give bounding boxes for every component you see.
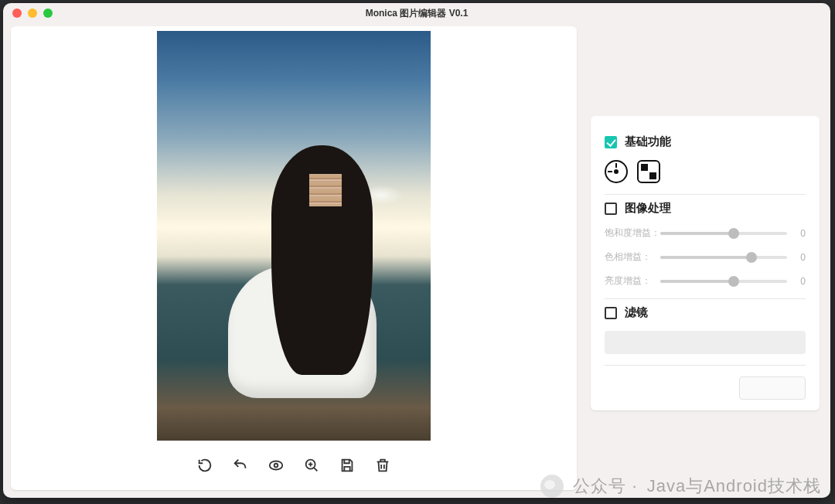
apply-row bbox=[605, 376, 806, 400]
canvas-panel bbox=[11, 26, 577, 490]
hue-value: 0 bbox=[795, 252, 806, 263]
view-icon[interactable] bbox=[267, 456, 285, 475]
target-tool-button[interactable] bbox=[605, 160, 628, 183]
controls-panel: 基础功能 图像处理 饱和度增益： bbox=[591, 116, 820, 410]
filter-placeholder-button[interactable] bbox=[605, 331, 806, 354]
brightness-label: 亮度增益： bbox=[605, 274, 653, 288]
titlebar: Monica 图片编辑器 V0.1 bbox=[3, 3, 830, 23]
rotate-icon[interactable] bbox=[196, 456, 214, 475]
hue-thumb[interactable] bbox=[746, 252, 757, 263]
basic-label: 基础功能 bbox=[625, 135, 671, 149]
window-title: Monica 图片编辑器 V0.1 bbox=[3, 7, 830, 20]
saturation-label: 饱和度增益： bbox=[605, 226, 653, 240]
section-image-processing: 图像处理 饱和度增益： 0 色相增益： bbox=[605, 195, 806, 299]
save-icon[interactable] bbox=[338, 456, 356, 475]
image-preview[interactable] bbox=[157, 31, 431, 441]
hue-slider[interactable] bbox=[660, 256, 787, 259]
brightness-fill bbox=[660, 280, 734, 283]
image-processing-label: 图像处理 bbox=[625, 201, 671, 216]
contrast-tool-button[interactable] bbox=[637, 160, 660, 183]
svg-point-0 bbox=[270, 461, 283, 470]
filter-label: 滤镜 bbox=[625, 305, 648, 320]
delete-icon[interactable] bbox=[373, 456, 392, 475]
content-area: 基础功能 图像处理 饱和度增益： bbox=[3, 23, 830, 498]
filter-checkbox[interactable] bbox=[605, 307, 617, 319]
saturation-slider[interactable] bbox=[660, 232, 787, 235]
saturation-thumb[interactable] bbox=[728, 228, 739, 239]
apply-button[interactable] bbox=[739, 376, 806, 400]
section-basic: 基础功能 bbox=[605, 128, 806, 195]
brightness-row: 亮度增益： 0 bbox=[605, 274, 806, 288]
saturation-value: 0 bbox=[795, 228, 806, 239]
brightness-slider[interactable] bbox=[660, 280, 787, 283]
svg-point-1 bbox=[274, 464, 278, 468]
section-filter: 滤镜 bbox=[605, 299, 806, 366]
app-window: Monica 图片编辑器 V0.1 bbox=[3, 3, 830, 498]
decorative-subject bbox=[228, 145, 409, 432]
image-processing-checkbox[interactable] bbox=[605, 203, 617, 215]
brightness-thumb[interactable] bbox=[728, 276, 739, 287]
saturation-fill bbox=[660, 232, 734, 235]
saturation-row: 饱和度增益： 0 bbox=[605, 226, 806, 240]
undo-icon[interactable] bbox=[231, 456, 250, 475]
hue-row: 色相增益： 0 bbox=[605, 250, 806, 264]
zoom-in-icon[interactable] bbox=[302, 456, 321, 475]
image-toolbar bbox=[196, 450, 392, 481]
hue-fill bbox=[660, 256, 752, 259]
basic-checkbox[interactable] bbox=[605, 136, 617, 148]
hue-label: 色相增益： bbox=[605, 250, 653, 264]
brightness-value: 0 bbox=[795, 276, 806, 287]
side-column: 基础功能 图像处理 饱和度增益： bbox=[591, 26, 823, 490]
